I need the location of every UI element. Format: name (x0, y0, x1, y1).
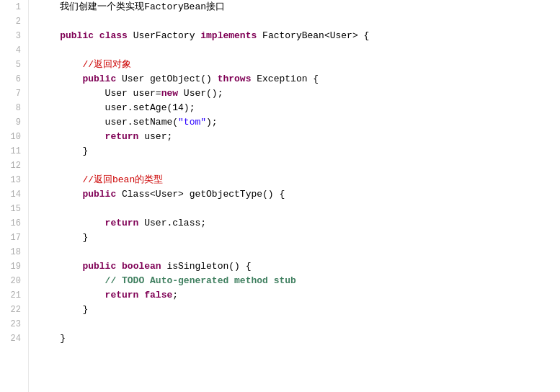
code-line: public User getObject() throws Exception… (37, 72, 560, 86)
code-line: 我们创建一个类实现FactoryBean接口 (37, 0, 560, 14)
code-line: public boolean isSingleton() { (37, 259, 560, 274)
code-line: // TODO Auto-generated method stub (37, 274, 560, 288)
code-line: } (37, 303, 560, 317)
code-segment: user; (138, 131, 172, 142)
code-line: return user; (37, 130, 560, 144)
code-line (37, 43, 560, 58)
code-segment: } (37, 333, 66, 344)
code-segment (94, 30, 99, 41)
code-editor: 123456789101112131415161718192021222324 … (0, 0, 560, 392)
code-line: public Class<User> getObjectType() { (37, 187, 560, 202)
code-line (37, 317, 560, 331)
code-segment: throws (218, 74, 252, 84)
code-line: } (37, 231, 560, 245)
code-segment: class (99, 30, 128, 41)
line-number: 24 (7, 331, 21, 346)
code-segment: User getObject() (116, 74, 217, 84)
line-number: 6 (7, 72, 21, 86)
code-segment: public (37, 189, 116, 200)
code-segment: //返回对象 (37, 59, 131, 70)
code-line (37, 245, 560, 259)
line-number: 8 (7, 101, 21, 115)
code-segment: public (37, 74, 116, 84)
code-segment: isSingleton() { (161, 261, 252, 272)
code-line: } (37, 331, 560, 346)
code-segment (116, 261, 122, 272)
line-number: 19 (7, 259, 21, 274)
code-segment: ); (206, 117, 218, 128)
line-number: 15 (7, 202, 21, 216)
code-line: //返回对象 (37, 58, 560, 72)
code-line: return User.class; (37, 216, 560, 231)
code-segment: Exception { (251, 74, 319, 84)
line-number: 11 (7, 144, 21, 159)
code-segment: User(); (178, 88, 223, 99)
code-line: return false; (37, 288, 560, 303)
code-area: 我们创建一个类实现FactoryBean接口 public class User… (29, 0, 560, 392)
code-segment: boolean (122, 261, 161, 272)
code-segment: user.setName( (37, 117, 178, 128)
line-number-gutter: 123456789101112131415161718192021222324 (0, 0, 29, 392)
code-line: user.setName("tom"); (37, 115, 560, 130)
code-line: User user=new User(); (37, 86, 560, 101)
code-segment: false (144, 290, 172, 300)
code-segment: implements (200, 30, 257, 41)
line-number: 14 (7, 187, 21, 202)
code-segment: FactoryBean<User> { (257, 30, 369, 41)
line-number: 16 (7, 216, 21, 231)
code-segment: } (37, 304, 88, 315)
code-segment: UserFactory (128, 30, 200, 41)
code-segment: "tom" (178, 117, 206, 128)
code-segment: // TODO Auto-generated method stub (37, 275, 296, 286)
line-number: 17 (7, 231, 21, 245)
line-number: 21 (7, 288, 21, 303)
line-number: 5 (7, 58, 21, 72)
line-number: 13 (7, 173, 21, 187)
line-number: 12 (7, 159, 21, 173)
code-segment: Class<User> getObjectType() { (116, 189, 285, 200)
code-line: } (37, 144, 560, 159)
line-number: 23 (7, 317, 21, 331)
line-number: 9 (7, 115, 21, 130)
code-segment: new (161, 88, 178, 99)
code-segment: User.class; (138, 218, 206, 228)
code-segment: 我们创建一个类实现FactoryBean接口 (37, 1, 225, 12)
code-line: //返回bean的类型 (37, 173, 560, 187)
line-number: 1 (7, 0, 21, 14)
code-line: public class UserFactory implements Fact… (37, 29, 560, 43)
line-number: 10 (7, 130, 21, 144)
line-number: 18 (7, 245, 21, 259)
code-segment: } (37, 146, 88, 156)
line-number: 7 (7, 86, 21, 101)
code-segment: return (37, 218, 138, 228)
line-number: 2 (7, 14, 21, 29)
line-number: 4 (7, 43, 21, 58)
code-segment: //返回bean的类型 (37, 174, 163, 185)
code-line: user.setAge(14); (37, 101, 560, 115)
code-segment: return (37, 290, 138, 300)
code-segment: public (37, 261, 116, 272)
code-line (37, 14, 560, 29)
code-segment: return (37, 131, 138, 142)
line-number: 3 (7, 29, 21, 43)
code-segment: public (37, 30, 94, 41)
line-number: 22 (7, 303, 21, 317)
code-line (37, 159, 560, 173)
code-segment: ; (172, 290, 178, 300)
code-segment: User user= (37, 88, 161, 99)
code-segment: } (37, 232, 88, 243)
line-number: 20 (7, 274, 21, 288)
code-segment: user.setAge(14); (37, 102, 195, 113)
code-line (37, 202, 560, 216)
